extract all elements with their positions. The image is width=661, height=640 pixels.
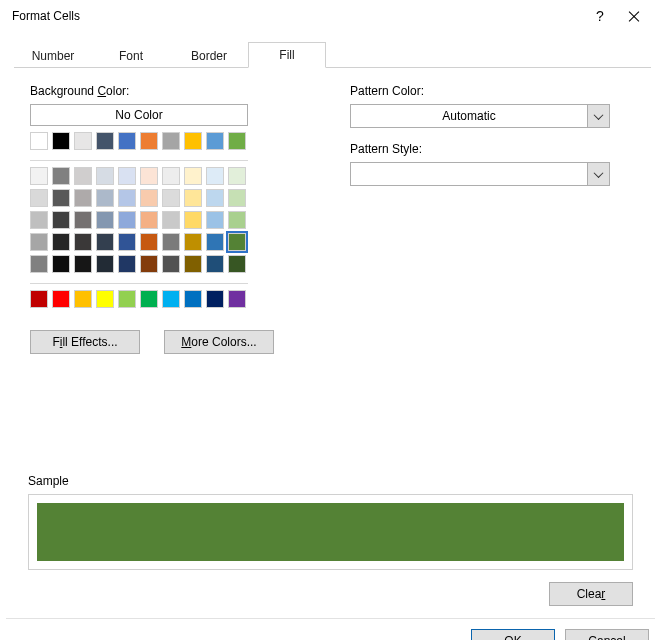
color-swatch[interactable] bbox=[228, 167, 246, 185]
color-swatch[interactable] bbox=[206, 233, 224, 251]
tab-fill[interactable]: Fill bbox=[248, 42, 326, 68]
color-swatch[interactable] bbox=[162, 211, 180, 229]
chevron-down-icon bbox=[587, 163, 609, 185]
close-button[interactable] bbox=[617, 2, 651, 30]
sample-box bbox=[28, 494, 633, 570]
color-swatch[interactable] bbox=[162, 132, 180, 150]
color-swatch[interactable] bbox=[228, 211, 246, 229]
color-swatch[interactable] bbox=[228, 189, 246, 207]
color-swatch[interactable] bbox=[96, 167, 114, 185]
cancel-button[interactable]: Cancel bbox=[565, 629, 649, 640]
dialog-title: Format Cells bbox=[12, 9, 583, 23]
color-swatch[interactable] bbox=[96, 211, 114, 229]
color-swatch[interactable] bbox=[74, 189, 92, 207]
color-swatch[interactable] bbox=[52, 189, 70, 207]
color-swatch[interactable] bbox=[140, 189, 158, 207]
color-swatch[interactable] bbox=[30, 211, 48, 229]
pattern-color-combo[interactable]: Automatic bbox=[350, 104, 610, 128]
color-swatch[interactable] bbox=[30, 167, 48, 185]
no-color-button[interactable]: No Color bbox=[30, 104, 248, 126]
clear-button[interactable]: Clear bbox=[549, 582, 633, 606]
color-swatch[interactable] bbox=[30, 255, 48, 273]
chevron-down-icon bbox=[587, 105, 609, 127]
color-swatch[interactable] bbox=[30, 132, 48, 150]
color-swatch[interactable] bbox=[162, 290, 180, 308]
color-swatch[interactable] bbox=[52, 132, 70, 150]
color-swatch[interactable] bbox=[96, 290, 114, 308]
more-colors-button[interactable]: More Colors... bbox=[164, 330, 274, 354]
color-swatch[interactable] bbox=[140, 255, 158, 273]
color-swatch[interactable] bbox=[52, 233, 70, 251]
color-swatch[interactable] bbox=[118, 211, 136, 229]
color-swatch[interactable] bbox=[118, 189, 136, 207]
color-swatch[interactable] bbox=[140, 211, 158, 229]
titlebar: Format Cells ? bbox=[0, 0, 661, 32]
color-swatch[interactable] bbox=[140, 132, 158, 150]
color-swatch[interactable] bbox=[206, 132, 224, 150]
pattern-style-combo[interactable] bbox=[350, 162, 610, 186]
color-swatch[interactable] bbox=[162, 233, 180, 251]
theme-color-row bbox=[30, 132, 290, 152]
theme-tints-grid bbox=[30, 167, 290, 275]
color-swatch[interactable] bbox=[52, 290, 70, 308]
color-swatch[interactable] bbox=[74, 233, 92, 251]
tab-number[interactable]: Number bbox=[14, 44, 92, 68]
color-swatch[interactable] bbox=[184, 132, 202, 150]
color-swatch[interactable] bbox=[140, 167, 158, 185]
color-swatch[interactable] bbox=[162, 167, 180, 185]
color-swatch[interactable] bbox=[206, 189, 224, 207]
help-button[interactable]: ? bbox=[583, 2, 617, 30]
bg-color-label: Background Color: bbox=[30, 84, 290, 98]
tab-bar: Number Font Border Fill bbox=[14, 42, 651, 68]
color-swatch[interactable] bbox=[118, 167, 136, 185]
color-swatch[interactable] bbox=[30, 233, 48, 251]
color-swatch[interactable] bbox=[118, 233, 136, 251]
color-swatch[interactable] bbox=[118, 255, 136, 273]
color-swatch[interactable] bbox=[184, 167, 202, 185]
color-swatch[interactable] bbox=[96, 255, 114, 273]
pattern-style-label: Pattern Style: bbox=[350, 142, 637, 156]
color-swatch[interactable] bbox=[228, 255, 246, 273]
color-swatch[interactable] bbox=[96, 132, 114, 150]
color-swatch[interactable] bbox=[184, 290, 202, 308]
ok-button[interactable]: OK bbox=[471, 629, 555, 640]
color-swatch[interactable] bbox=[118, 132, 136, 150]
pattern-color-label: Pattern Color: bbox=[350, 84, 637, 98]
fill-effects-button[interactable]: Fill Effects... bbox=[30, 330, 140, 354]
color-swatch[interactable] bbox=[96, 189, 114, 207]
color-swatch[interactable] bbox=[184, 233, 202, 251]
color-swatch[interactable] bbox=[162, 189, 180, 207]
color-swatch[interactable] bbox=[162, 255, 180, 273]
sample-label: Sample bbox=[28, 474, 633, 488]
color-swatch[interactable] bbox=[140, 233, 158, 251]
close-icon bbox=[627, 9, 641, 23]
color-swatch[interactable] bbox=[206, 167, 224, 185]
color-swatch[interactable] bbox=[52, 255, 70, 273]
standard-color-row bbox=[30, 290, 290, 310]
color-swatch[interactable] bbox=[52, 167, 70, 185]
color-swatch[interactable] bbox=[74, 132, 92, 150]
color-swatch[interactable] bbox=[74, 211, 92, 229]
color-swatch[interactable] bbox=[30, 290, 48, 308]
color-swatch[interactable] bbox=[140, 290, 158, 308]
color-swatch[interactable] bbox=[184, 255, 202, 273]
tab-border[interactable]: Border bbox=[170, 44, 248, 68]
color-swatch[interactable] bbox=[206, 290, 224, 308]
color-swatch[interactable] bbox=[228, 290, 246, 308]
color-swatch[interactable] bbox=[118, 290, 136, 308]
color-swatch[interactable] bbox=[74, 255, 92, 273]
color-swatch[interactable] bbox=[74, 167, 92, 185]
color-swatch[interactable] bbox=[206, 255, 224, 273]
color-swatch[interactable] bbox=[184, 211, 202, 229]
color-swatch[interactable] bbox=[228, 132, 246, 150]
divider bbox=[30, 160, 248, 161]
color-swatch[interactable] bbox=[206, 211, 224, 229]
color-swatch[interactable] bbox=[30, 189, 48, 207]
pattern-color-value: Automatic bbox=[351, 109, 587, 123]
tab-font[interactable]: Font bbox=[92, 44, 170, 68]
color-swatch[interactable] bbox=[74, 290, 92, 308]
color-swatch[interactable] bbox=[228, 233, 246, 251]
color-swatch[interactable] bbox=[184, 189, 202, 207]
color-swatch[interactable] bbox=[96, 233, 114, 251]
color-swatch[interactable] bbox=[52, 211, 70, 229]
